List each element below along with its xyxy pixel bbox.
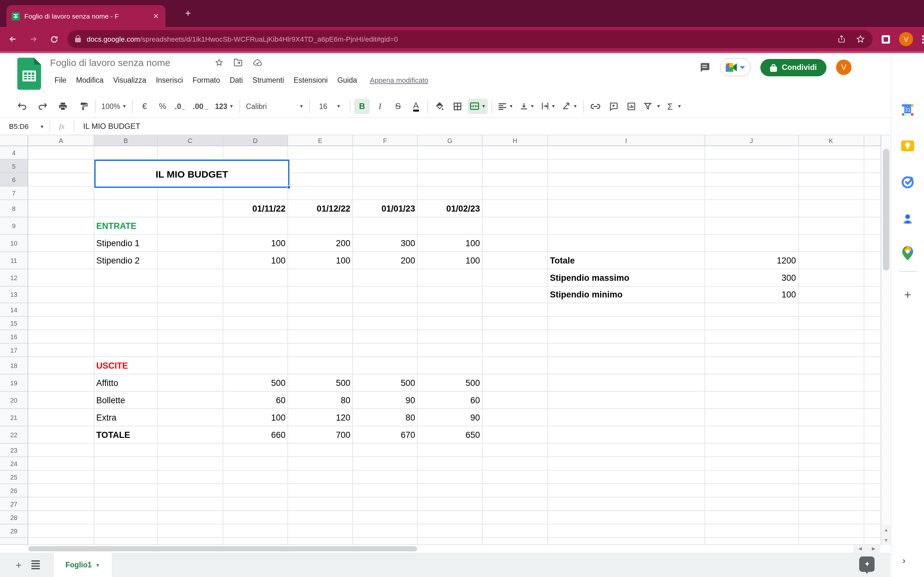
cell-B10[interactable]: Stipendio 1 — [94, 235, 158, 252]
cell-K23[interactable] — [798, 444, 864, 457]
cell-A27[interactable] — [28, 498, 94, 511]
keep-icon[interactable] — [900, 138, 915, 153]
cell-24[interactable] — [864, 457, 881, 471]
cell-J16[interactable] — [705, 330, 798, 343]
cell-partial[interactable] — [418, 538, 483, 545]
row-header-4[interactable]: 4 — [0, 146, 28, 160]
cell-E7[interactable] — [288, 187, 353, 200]
row-header-24[interactable]: 24 — [0, 457, 28, 471]
zoom-select[interactable]: 100%▼ — [99, 98, 129, 114]
cell-11[interactable] — [864, 252, 881, 269]
cell-28[interactable] — [864, 511, 881, 524]
selected-range[interactable]: IL MIO BUDGET — [94, 160, 289, 188]
address-bar[interactable]: docs.google.com/spreadsheets/d/1ik1HwocS… — [67, 30, 873, 48]
font-select[interactable]: Calibri▼ — [244, 98, 305, 114]
cell-I27[interactable] — [548, 498, 705, 511]
back-icon[interactable] — [5, 31, 21, 47]
cell-17[interactable] — [864, 343, 881, 357]
cell-F8[interactable]: 01/01/23 — [353, 200, 418, 218]
cell-D9[interactable] — [223, 218, 288, 235]
row-header-19[interactable]: 19 — [0, 374, 28, 392]
cell-D24[interactable] — [223, 457, 288, 471]
cell-J5[interactable] — [705, 160, 798, 173]
column-header-F[interactable]: F — [353, 135, 418, 146]
cell-C27[interactable] — [158, 498, 223, 511]
cell-C11[interactable] — [158, 252, 223, 269]
column-header-D[interactable]: D — [223, 135, 288, 146]
cell-C24[interactable] — [158, 457, 223, 471]
cell-F26[interactable] — [353, 484, 418, 498]
cell-K7[interactable] — [798, 187, 864, 200]
cell-D16[interactable] — [223, 330, 288, 343]
cell-G6[interactable] — [418, 173, 483, 187]
cell-J29[interactable] — [705, 524, 798, 538]
row-header-7[interactable]: 7 — [0, 187, 28, 200]
cell-H17[interactable] — [483, 343, 548, 357]
text-wrap-select[interactable]: ▼ — [539, 98, 557, 114]
tasks-icon[interactable] — [900, 174, 915, 189]
cell-E14[interactable] — [288, 303, 353, 317]
cell-I11[interactable]: Totale — [548, 252, 705, 269]
cell-J13[interactable]: 100 — [705, 287, 798, 303]
cell-I17[interactable] — [548, 343, 705, 357]
row-header-10[interactable]: 10 — [0, 235, 28, 252]
paint-format-icon[interactable] — [76, 98, 91, 114]
number-format-select[interactable]: 123▼ — [213, 98, 236, 114]
cell-I9[interactable] — [548, 218, 705, 235]
cell-partial[interactable] — [94, 538, 158, 545]
cell-K20[interactable] — [798, 392, 864, 409]
cell-H26[interactable] — [483, 484, 548, 498]
lock-icon[interactable] — [75, 38, 81, 42]
cell-G8[interactable]: 01/02/23 — [418, 200, 483, 218]
cell-G23[interactable] — [418, 444, 483, 457]
cell-H10[interactable] — [483, 235, 548, 252]
menu-dati[interactable]: Dati — [225, 74, 247, 86]
comment-history-icon[interactable] — [699, 61, 711, 73]
sheets-logo-icon[interactable] — [17, 58, 41, 90]
functions-select[interactable]: Σ▼ — [666, 98, 684, 114]
fill-handle[interactable] — [287, 185, 291, 189]
cell-D13[interactable] — [223, 287, 288, 303]
cell-A22[interactable] — [28, 426, 94, 444]
cell-F27[interactable] — [353, 498, 418, 511]
cell-partial[interactable] — [798, 538, 864, 545]
row-header-27[interactable]: 27 — [0, 498, 28, 511]
cell-partial[interactable] — [705, 538, 798, 545]
cell-K15[interactable] — [798, 317, 864, 330]
cell-C22[interactable] — [158, 426, 223, 444]
cell-H11[interactable] — [483, 252, 548, 269]
scroll-down-icon[interactable]: ▼ — [881, 535, 891, 545]
row-header-16[interactable]: 16 — [0, 330, 28, 343]
row-header-11[interactable]: 11 — [0, 252, 28, 269]
menu-formato[interactable]: Formato — [188, 74, 225, 86]
scroll-up-icon[interactable]: ▲ — [881, 525, 891, 535]
expand-side-panel-icon[interactable]: › — [903, 555, 905, 566]
cell-E24[interactable] — [288, 457, 353, 471]
row-header-25[interactable]: 25 — [0, 471, 28, 484]
cell-F11[interactable]: 200 — [353, 252, 418, 269]
cell-I22[interactable] — [548, 426, 705, 444]
cell-K14[interactable] — [798, 303, 864, 317]
cell-K9[interactable] — [798, 218, 864, 235]
cell-D19[interactable]: 500 — [223, 374, 288, 392]
cell-E12[interactable] — [288, 269, 353, 287]
cell-H8[interactable] — [483, 200, 548, 218]
cell-F29[interactable] — [353, 524, 418, 538]
cell-A13[interactable] — [28, 287, 94, 303]
cell-C19[interactable] — [158, 374, 223, 392]
cell-G20[interactable]: 60 — [418, 392, 483, 409]
row-header-partial[interactable] — [0, 538, 28, 545]
cell-21[interactable] — [864, 409, 881, 426]
row-header-22[interactable]: 22 — [0, 426, 28, 444]
cell-partial[interactable] — [548, 538, 705, 545]
increase-decimal-button[interactable]: .00→ — [191, 98, 210, 114]
cell-G29[interactable] — [418, 524, 483, 538]
meet-call-button[interactable] — [720, 58, 751, 76]
cell-D23[interactable] — [223, 444, 288, 457]
cell-H16[interactable] — [483, 330, 548, 343]
scroll-right-icon[interactable]: ▶ — [867, 545, 880, 553]
cell-J24[interactable] — [705, 457, 798, 471]
cell-H18[interactable] — [483, 357, 548, 374]
cell-H6[interactable] — [483, 173, 548, 187]
cell-K26[interactable] — [798, 484, 864, 498]
